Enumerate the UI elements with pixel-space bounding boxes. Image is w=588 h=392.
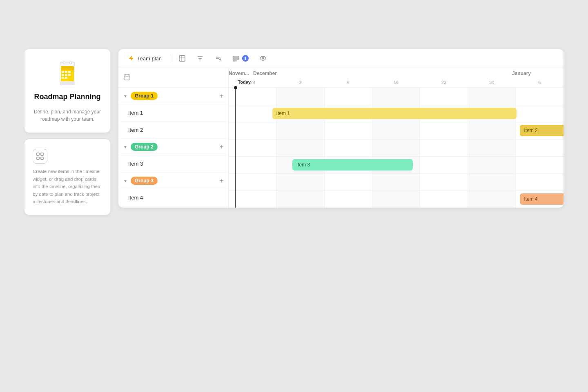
roadmap-card: Roadmap Planning Define, plan, and manag…	[24, 49, 110, 133]
item3-bar-label: Item 3	[296, 162, 310, 168]
item1-bar-label: Item 1	[276, 111, 290, 116]
item3-bar[interactable]: Item 3	[292, 159, 413, 171]
group2-row[interactable]: ▼ Group 2 +	[118, 139, 228, 155]
svg-rect-5	[65, 71, 67, 73]
col6	[468, 88, 516, 208]
item2-row[interactable]: Item 2	[118, 122, 228, 139]
january-label: January	[512, 71, 531, 76]
item1-label: Item 1	[128, 110, 143, 116]
item1-row[interactable]: Item 1	[118, 104, 228, 122]
group-button[interactable]: 1	[230, 53, 251, 64]
svg-rect-29	[233, 56, 239, 58]
add-group3-icon[interactable]: +	[220, 177, 223, 184]
group1-row[interactable]: ▼ Group 1 +	[118, 88, 228, 104]
svg-rect-3	[61, 66, 74, 70]
date-2: 2	[276, 80, 324, 85]
team-plan-label: Team plan	[137, 55, 162, 62]
svg-rect-17	[41, 153, 43, 155]
item3-row[interactable]: Item 3	[118, 155, 228, 173]
col7	[516, 88, 564, 208]
grid-icon	[33, 149, 47, 164]
view-icon-button[interactable]	[176, 53, 188, 64]
timeline-content: ▼ Group 1 + Item 1 Item 2 ▼ Group 2 +	[118, 68, 564, 208]
item2-bar[interactable]: Item 2	[520, 125, 564, 136]
team-plan-button[interactable]: Team plan	[125, 53, 164, 64]
date-28: 28	[229, 80, 276, 85]
sort-button[interactable]	[212, 53, 224, 64]
item4-row[interactable]: Item 4	[118, 189, 228, 206]
group3-badge: Group 3	[131, 177, 158, 185]
svg-point-32	[262, 58, 264, 59]
roadmap-subtitle: Define, plan, and manage your roadmap wi…	[33, 108, 102, 123]
svg-rect-8	[65, 74, 67, 76]
item4-bar[interactable]: Item 4	[520, 193, 564, 205]
chevron-group3-icon[interactable]: ▼	[123, 179, 127, 183]
chevron-group1-icon[interactable]: ▼	[123, 94, 127, 98]
add-group1-icon[interactable]: +	[220, 92, 223, 100]
calendar-grid: Novem... December January 28 2 9 16 23 3…	[229, 68, 564, 208]
item2-bar-label: Item 2	[524, 128, 537, 133]
svg-rect-4	[62, 71, 64, 73]
eye-icon	[259, 55, 267, 62]
date-16: 16	[372, 80, 420, 85]
december-label: December	[253, 71, 277, 76]
toolbar: Team plan	[118, 49, 564, 68]
eye-button[interactable]	[257, 53, 269, 64]
svg-rect-16	[37, 153, 39, 155]
description-text: Create new items in the timeline widget,…	[33, 168, 102, 205]
date-6: 6	[516, 80, 564, 85]
item3-label: Item 3	[128, 161, 143, 167]
svg-rect-9	[68, 74, 71, 76]
group1-badge: Group 1	[131, 92, 158, 100]
svg-marker-15	[60, 81, 75, 85]
svg-rect-31	[233, 60, 236, 61]
svg-rect-20	[179, 55, 185, 61]
date-23: 23	[420, 80, 468, 85]
filter-icon	[196, 55, 204, 62]
svg-rect-18	[37, 157, 39, 159]
item4-label: Item 4	[128, 195, 143, 201]
col1	[229, 88, 276, 208]
col2	[276, 88, 324, 208]
today-line: Today	[235, 88, 236, 208]
roadmap-title: Roadmap Planning	[34, 92, 100, 102]
calendar-icon	[123, 73, 131, 82]
left-cards: Roadmap Planning Define, plan, and manag…	[24, 49, 110, 215]
description-card: Create new items in the timeline widget,…	[24, 139, 110, 215]
item4-bar-label: Item 4	[524, 196, 537, 202]
svg-rect-33	[124, 75, 130, 80]
list-header	[118, 68, 228, 88]
group2-badge: Group 2	[131, 143, 158, 151]
row-sep2	[229, 122, 564, 122]
sort-icon	[214, 55, 222, 62]
timeline-panel: Team plan	[118, 49, 564, 208]
row-sep6	[229, 190, 564, 191]
svg-rect-10	[62, 77, 64, 79]
filter-button[interactable]	[194, 53, 206, 64]
cal-header: Novem... December January 28 2 9 16 23 3…	[229, 68, 564, 88]
date-numbers-row: 28 2 9 16 23 30 6	[229, 80, 564, 85]
item1-bar[interactable]: Item 1	[272, 108, 517, 119]
svg-rect-30	[233, 58, 239, 60]
group3-row[interactable]: ▼ Group 3 +	[118, 173, 228, 189]
list-panel: ▼ Group 1 + Item 1 Item 2 ▼ Group 2 +	[118, 68, 229, 208]
svg-rect-19	[41, 157, 43, 159]
svg-point-12	[63, 62, 65, 64]
table-icon	[178, 55, 186, 62]
item2-label: Item 2	[128, 127, 143, 133]
grid-body: Today Item 1 Item 2	[229, 88, 564, 208]
svg-rect-11	[65, 77, 67, 79]
row-sep3	[229, 139, 564, 140]
sep1	[170, 54, 170, 62]
svg-rect-7	[62, 74, 64, 76]
today-label: Today	[238, 80, 251, 84]
calendar-emoji-icon	[53, 59, 82, 88]
date-30: 30	[468, 80, 516, 85]
row-sep1	[229, 105, 564, 105]
group-icon	[232, 55, 240, 62]
chevron-group2-icon[interactable]: ▼	[123, 145, 127, 149]
svg-rect-6	[68, 71, 71, 73]
add-group2-icon[interactable]: +	[220, 143, 223, 151]
lightning-icon	[127, 55, 135, 62]
today-dot	[234, 86, 237, 89]
